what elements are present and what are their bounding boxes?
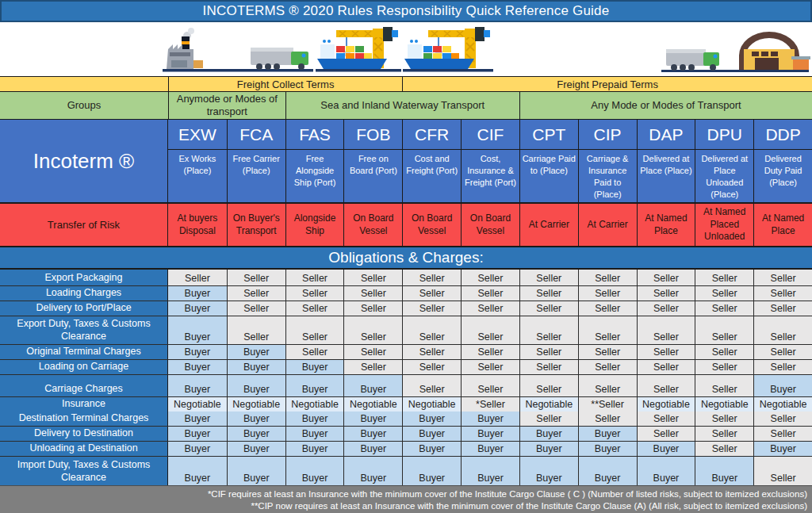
obligation-cell: Seller: [578, 316, 637, 344]
obligation-cell: Seller: [578, 345, 637, 359]
groups-row: Groups Anymode or Modes of transport Sea…: [0, 91, 812, 119]
page-title: INCOTERMS ® 2020 Rules Responsibility Qu…: [203, 3, 610, 19]
obligation-cell: Seller: [285, 345, 344, 359]
obligation-cell: Buyer: [578, 442, 637, 456]
incoterm-description: Free Carrier (Place): [228, 150, 285, 202]
obligation-cell: Seller: [578, 412, 637, 426]
obligation-cell: Seller: [461, 316, 519, 344]
ship-crane-icon: [404, 27, 490, 69]
obligation-cell: Buyer: [402, 442, 461, 456]
incoterm-column: FASFree Alongside Ship (Port): [285, 120, 344, 202]
obligation-cell: Buyer: [402, 412, 461, 426]
obligation-cell: Seller: [227, 286, 285, 301]
obligation-cell: Seller: [461, 375, 519, 396]
obligation-cell: Buyer: [753, 442, 812, 456]
warehouse-icon: [739, 32, 810, 70]
risk-cell: At Named Placed Unloaded: [695, 204, 753, 246]
obligation-cell: Seller: [402, 301, 461, 316]
incoterm-header: Incoterm ®: [0, 120, 168, 202]
incoterm-code: FOB: [344, 120, 402, 150]
obligation-cell: Buyer: [461, 442, 519, 456]
footnotes: *CIF requires at least an Insurance with…: [0, 485, 812, 513]
obligation-cell: Seller: [695, 286, 753, 301]
obligation-cell: Seller: [402, 270, 461, 285]
obligations-header: Obligations & Charges:: [0, 246, 812, 270]
ship-crane-icon: [317, 27, 398, 69]
obligation-cell: Buyer: [637, 442, 695, 456]
title-bar: INCOTERMS ® 2020 Rules Responsibility Qu…: [0, 0, 812, 22]
obligation-cell: Buyer: [343, 457, 402, 485]
risk-cell: At buyers Disposal: [168, 204, 227, 246]
incoterm-code: DAP: [638, 120, 695, 150]
obligation-row: Destination Terminal ChargesBuyerBuyerBu…: [0, 411, 812, 426]
obligation-cell: Buyer: [519, 457, 578, 485]
obligation-cell: Seller: [578, 301, 637, 316]
truck-icon: [666, 49, 719, 71]
obligation-cell: Negotiable: [519, 397, 578, 412]
obligation-cell: Seller: [753, 301, 812, 316]
incoterm-description: Free Alongside Ship (Port): [286, 150, 344, 202]
obligation-cell: Seller: [227, 316, 285, 344]
obligation-cell: Seller: [753, 286, 812, 301]
obligation-cell: Seller: [285, 286, 344, 301]
obligation-cell: Seller: [753, 270, 812, 285]
mode-any-left: Anymode or Modes of transport: [168, 92, 285, 119]
obligation-cell: Buyer: [753, 375, 812, 396]
obligation-cell: Buyer: [168, 316, 227, 344]
obligation-label: Carriage Charges: [0, 375, 168, 396]
obligation-cell: Seller: [637, 316, 695, 344]
obligation-cell: Negotiable: [637, 397, 695, 412]
obligation-cell: Seller: [402, 345, 461, 359]
obligation-cell: Seller: [168, 270, 227, 285]
incoterm-column: FOBFree on Board (Port): [343, 120, 402, 202]
obligation-cell: Seller: [343, 345, 402, 359]
obligation-cell: Buyer: [695, 457, 753, 485]
obligation-cell: Seller: [519, 301, 578, 316]
obligations-header-label: Obligations & Charges:: [328, 249, 483, 266]
obligation-cell: Negotiable: [402, 397, 461, 412]
obligation-cell: Seller: [753, 316, 812, 344]
obligation-cell: Buyer: [168, 301, 227, 316]
obligation-cell: Seller: [227, 270, 285, 285]
risk-cell: On Buyer's Transport: [227, 204, 285, 246]
obligation-row: Unloading at DestinationBuyerBuyerBuyerB…: [0, 441, 812, 456]
obligation-cell: Negotiable: [753, 397, 812, 412]
obligation-cell: Seller: [753, 345, 812, 359]
obligation-cell: Seller: [753, 427, 812, 441]
obligation-cell: Buyer: [227, 412, 285, 426]
obligation-cell: Buyer: [168, 427, 227, 441]
incoterm-code: CPT: [520, 120, 578, 150]
incoterm-band: Incoterm ® EXWEx Works (Place)FCAFree Ca…: [0, 119, 812, 202]
obligation-cell: Buyer: [461, 412, 519, 426]
obligation-cell: Seller: [695, 316, 753, 344]
risk-cell: At Named Place: [637, 204, 695, 246]
incoterm-column: EXWEx Works (Place): [168, 120, 227, 202]
obligation-cell: Seller: [519, 316, 578, 344]
obligation-cell: Buyer: [402, 457, 461, 485]
obligation-row: Export Duty, Taxes & Customs ClearanceBu…: [0, 316, 812, 344]
incoterm-column: FCAFree Carrier (Place): [227, 120, 285, 202]
obligation-cell: Buyer: [637, 457, 695, 485]
obligation-cell: Seller: [578, 286, 637, 301]
ground-line: [403, 69, 493, 72]
obligation-cell: Seller: [343, 316, 402, 344]
incoterm-columns: EXWEx Works (Place)FCAFree Carrier (Plac…: [168, 120, 812, 202]
obligation-cell: Seller: [637, 345, 695, 359]
obligation-cell: Seller: [695, 301, 753, 316]
obligation-cell: Seller: [637, 270, 695, 285]
obligation-cell: Seller: [519, 345, 578, 359]
obligation-cell: Buyer: [227, 427, 285, 441]
incoterm-code: CIP: [579, 120, 637, 150]
obligation-row: Loading ChargesBuyerSellerSellerSellerSe…: [0, 285, 812, 301]
obligation-cell: Seller: [402, 316, 461, 344]
incoterm-code: CIF: [462, 120, 519, 150]
freight-prepaid-header: Freight Prepaid Terms: [402, 77, 812, 91]
incoterm-description: Delivered Duty Paid (Place): [754, 150, 812, 202]
obligation-cell: Seller: [695, 375, 753, 396]
incoterm-description: Cost and Freight (Port): [403, 150, 461, 202]
obligation-row: Delivery to DestinationBuyerBuyerBuyerBu…: [0, 426, 812, 441]
risk-cell: On Board Vessel: [402, 204, 461, 246]
obligation-row: Import Duty, Taxes & Customs ClearanceBu…: [0, 456, 812, 485]
obligation-label: Loading on Carriage: [0, 360, 168, 374]
obligation-cell: Seller: [285, 316, 344, 344]
